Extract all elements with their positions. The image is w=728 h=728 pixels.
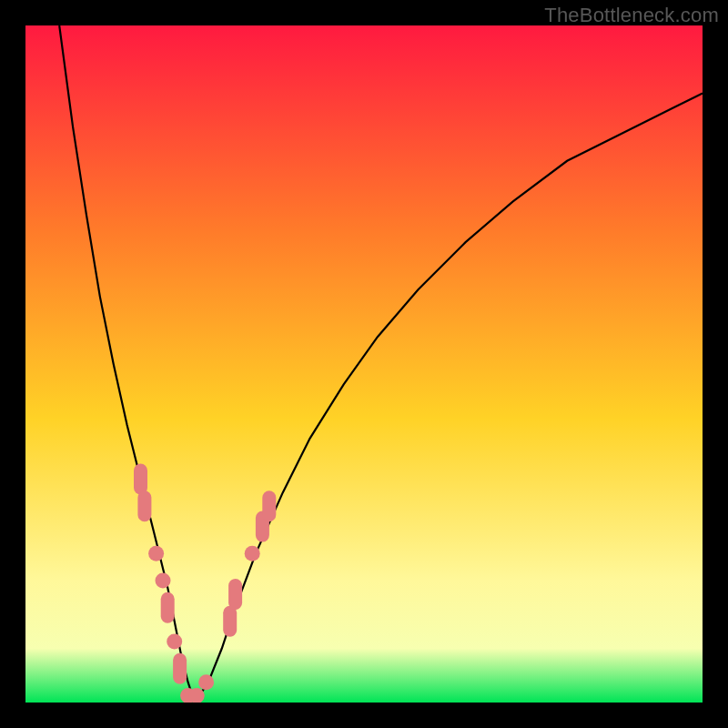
chart-svg — [25, 25, 703, 703]
data-marker — [245, 546, 260, 561]
data-marker — [137, 490, 151, 521]
watermark-text: TheBottleneck.com — [544, 4, 719, 27]
plot-area — [25, 25, 703, 703]
chart-frame: TheBottleneck.com — [0, 0, 728, 728]
data-marker — [173, 653, 187, 684]
data-marker — [262, 490, 276, 521]
data-marker — [228, 579, 242, 610]
data-marker — [134, 464, 147, 495]
data-marker — [198, 674, 214, 690]
data-marker — [223, 606, 237, 637]
data-marker — [167, 634, 182, 650]
data-marker — [156, 573, 171, 589]
data-marker — [148, 546, 164, 561]
gradient-background — [25, 25, 703, 703]
data-marker — [161, 592, 175, 623]
